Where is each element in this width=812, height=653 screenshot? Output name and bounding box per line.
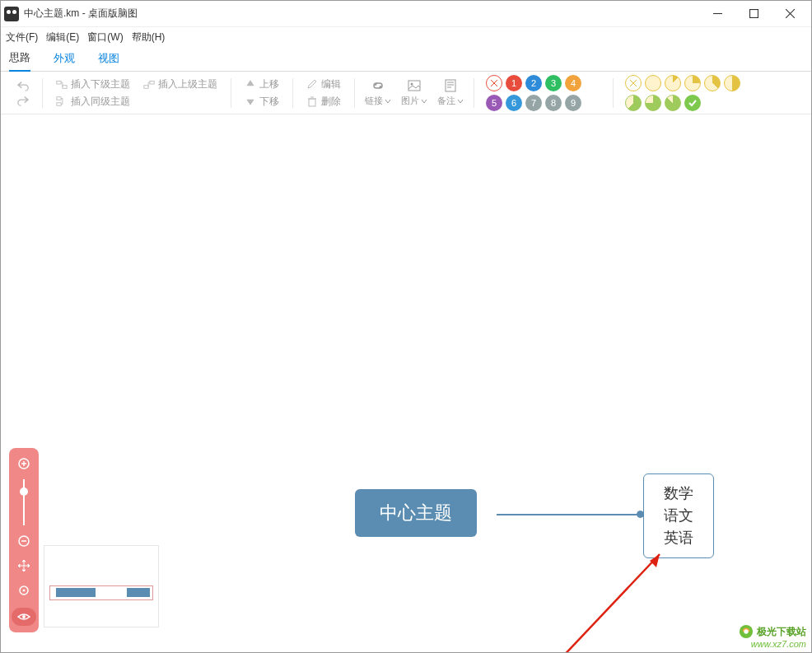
minimap-node	[56, 588, 96, 597]
progress-picker	[618, 75, 747, 111]
toolbar: 插入下级主题 插入上级主题 插入同级主题 上移 下移 编辑 删除 链接 图片 备…	[1, 72, 811, 114]
progress-100[interactable]	[684, 95, 701, 111]
svg-point-12	[411, 83, 413, 86]
svg-point-32	[744, 629, 748, 633]
menu-bar: 文件(F) 编辑(E) 窗口(W) 帮助(H)	[1, 27, 811, 47]
svg-rect-5	[63, 86, 67, 89]
move-down-button[interactable]: 下移	[245, 95, 279, 109]
progress-37[interactable]	[704, 75, 721, 91]
child-topic-node[interactable]: 数学 语文 英语	[643, 473, 714, 558]
app-icon	[4, 7, 19, 21]
svg-rect-9	[57, 103, 61, 106]
watermark-url: www.xz7.com	[739, 639, 806, 649]
insert-child-button[interactable]: 插入下级主题	[56, 77, 130, 91]
central-topic-node[interactable]: 中心主题	[355, 489, 477, 537]
zoom-panel	[9, 448, 39, 632]
child-line-3: 英语	[664, 527, 693, 549]
priority-picker: 1 2 3 4 5 6 7 8 9	[479, 75, 608, 111]
menu-file[interactable]: 文件(F)	[6, 30, 38, 44]
node-connector	[497, 514, 643, 515]
priority-clear[interactable]	[486, 75, 502, 91]
locate-button[interactable]	[15, 581, 33, 599]
watermark-text: 极光下载站	[757, 625, 806, 639]
undo-button[interactable]	[17, 80, 29, 91]
minimap[interactable]	[44, 545, 159, 627]
note-dropdown[interactable]: 备注	[432, 78, 469, 107]
priority-1[interactable]: 1	[506, 75, 522, 91]
logo-icon	[739, 624, 754, 639]
menu-edit[interactable]: 编辑(E)	[46, 30, 79, 44]
maximize-button[interactable]	[735, 2, 772, 26]
progress-50[interactable]	[724, 75, 740, 91]
priority-8[interactable]: 8	[545, 95, 562, 111]
progress-0[interactable]	[645, 75, 661, 91]
priority-6[interactable]: 6	[506, 95, 522, 111]
svg-point-30	[22, 615, 26, 618]
child-line-2: 语文	[664, 505, 693, 527]
svg-rect-8	[57, 97, 61, 100]
close-button[interactable]	[772, 2, 808, 26]
tab-bar: 思路 外观 视图	[1, 47, 811, 72]
priority-5[interactable]: 5	[486, 95, 502, 111]
title-bar: 中心主题.km - 桌面版脑图	[1, 1, 811, 27]
annotation-arrow	[536, 544, 676, 652]
menu-help[interactable]: 帮助(H)	[132, 30, 166, 44]
priority-4[interactable]: 4	[565, 75, 581, 91]
priority-7[interactable]: 7	[525, 95, 542, 111]
child-line-1: 数学	[664, 483, 693, 505]
progress-12[interactable]	[665, 75, 681, 91]
window-title: 中心主题.km - 桌面版脑图	[24, 7, 138, 21]
progress-87[interactable]	[665, 95, 681, 111]
progress-25[interactable]	[684, 75, 701, 91]
insert-sibling-button[interactable]: 插入同级主题	[56, 95, 217, 109]
minimize-button[interactable]	[699, 2, 735, 26]
progress-62[interactable]	[625, 95, 642, 111]
priority-9[interactable]: 9	[565, 95, 581, 111]
tab-appearance[interactable]: 外观	[54, 51, 75, 71]
priority-3[interactable]: 3	[545, 75, 562, 91]
pan-button[interactable]	[15, 557, 33, 575]
zoom-out-button[interactable]	[15, 532, 33, 550]
svg-rect-6	[150, 82, 154, 85]
edit-button[interactable]: 编辑	[306, 77, 341, 91]
move-up-button[interactable]: 上移	[245, 77, 279, 91]
link-dropdown[interactable]: 链接	[360, 78, 396, 107]
image-dropdown[interactable]: 图片	[396, 78, 432, 107]
progress-75[interactable]	[645, 95, 661, 111]
menu-window[interactable]: 窗口(W)	[87, 30, 123, 44]
svg-rect-1	[749, 10, 758, 18]
svg-line-21	[544, 554, 660, 652]
note-icon	[443, 78, 458, 93]
minimap-node	[127, 588, 150, 597]
redo-button[interactable]	[17, 95, 29, 106]
watermark: 极光下载站 www.xz7.com	[739, 624, 806, 649]
tab-mind[interactable]: 思路	[9, 50, 30, 72]
zoom-in-button[interactable]	[15, 455, 33, 473]
priority-2[interactable]: 2	[525, 75, 542, 91]
tab-view[interactable]: 视图	[98, 51, 119, 71]
zoom-slider[interactable]	[23, 479, 25, 525]
svg-rect-4	[57, 82, 61, 85]
insert-parent-button[interactable]: 插入上级主题	[143, 77, 217, 91]
delete-button[interactable]: 删除	[306, 95, 341, 109]
svg-rect-13	[446, 80, 455, 91]
svg-rect-7	[144, 86, 148, 89]
toggle-minimap-button[interactable]	[12, 608, 36, 626]
svg-rect-10	[309, 99, 315, 106]
svg-point-29	[23, 590, 26, 592]
image-icon	[407, 78, 422, 93]
progress-clear[interactable]	[625, 75, 642, 91]
link-icon	[371, 78, 385, 93]
